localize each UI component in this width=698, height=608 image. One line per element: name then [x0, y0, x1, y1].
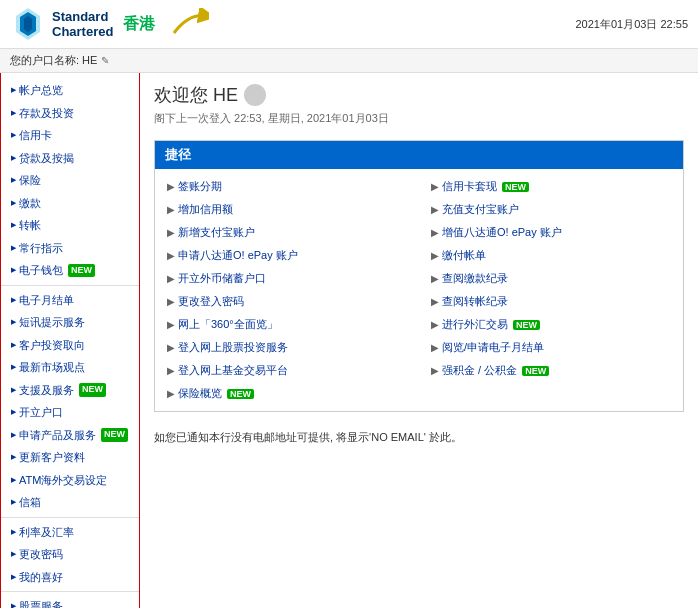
shortcut-item-right-2[interactable]: ▶增值八达通O! ePay 账户 [419, 221, 683, 244]
sidebar-item-20[interactable]: ▶更改密码 [1, 543, 139, 566]
sidebar-item-15[interactable]: ▶申请产品及服务NEW [1, 424, 139, 447]
account-name: 您的户口名称: HE ✎ [10, 53, 109, 68]
sidebar-item-12[interactable]: ▶最新市场观点 [1, 356, 139, 379]
sidebar-item-label: 信箱 [19, 494, 41, 511]
shortcut-arrow-icon: ▶ [167, 342, 175, 353]
shortcut-item-left-3[interactable]: ▶申请八达通O! ePay 账户 [155, 244, 419, 267]
shortcut-arrow-icon: ▶ [431, 204, 439, 215]
sidebar-item-label: 最新市场观点 [19, 359, 85, 376]
shortcut-item-right-4[interactable]: ▶查阅缴款纪录 [419, 267, 683, 290]
sidebar-item-label: 贷款及按揭 [19, 150, 74, 167]
shortcuts-box: 捷径 ▶签账分期▶信用卡套现NEW▶增加信用额▶充值支付宝账户▶新增支付宝账户▶… [154, 140, 684, 412]
header-datetime: 2021年01月03日 22:55 [575, 17, 688, 32]
new-badge: NEW [101, 428, 128, 442]
shortcut-item-left-5[interactable]: ▶更改登入密码 [155, 290, 419, 313]
sidebar-item-1[interactable]: ▶存款及投资 [1, 102, 139, 125]
shortcut-arrow-icon: ▶ [431, 227, 439, 238]
shortcut-label: 更改登入密码 [178, 294, 244, 309]
shortcut-label: 保险概览 [178, 386, 222, 401]
sidebar-arrow-icon: ▶ [11, 385, 16, 396]
sidebar-item-4[interactable]: ▶保险 [1, 169, 139, 192]
sidebar-item-16[interactable]: ▶更新客户资料 [1, 446, 139, 469]
shortcut-item-right-3[interactable]: ▶缴付帐单 [419, 244, 683, 267]
shortcuts-grid: ▶签账分期▶信用卡套现NEW▶增加信用额▶充值支付宝账户▶新增支付宝账户▶增值八… [155, 169, 683, 411]
shortcut-item-left-6[interactable]: ▶网上「360°全面览」 [155, 313, 419, 336]
shortcut-item-left-7[interactable]: ▶登入网上股票投资服务 [155, 336, 419, 359]
shortcut-item-right-1[interactable]: ▶充值支付宝账户 [419, 198, 683, 221]
shortcut-item-left-9[interactable]: ▶保险概览NEW [155, 382, 419, 405]
sidebar-item-label: 开立户口 [19, 404, 63, 421]
arrow-decoration [169, 8, 209, 41]
sidebar-item-5[interactable]: ▶缴款 [1, 192, 139, 215]
shortcut-arrow-icon: ▶ [167, 319, 175, 330]
shortcut-arrow-icon: ▶ [431, 250, 439, 261]
welcome-title: 欢迎您 HE [154, 83, 684, 107]
shortcut-item-left-1[interactable]: ▶增加信用额 [155, 198, 419, 221]
sidebar-item-6[interactable]: ▶转帐 [1, 214, 139, 237]
sidebar-item-22[interactable]: ▶股票服务 [1, 595, 139, 608]
sidebar-item-label: 短讯提示服务 [19, 314, 85, 331]
shortcut-item-left-4[interactable]: ▶开立外币储蓄户口 [155, 267, 419, 290]
shortcut-label: 网上「360°全面览」 [178, 317, 278, 332]
sidebar-item-label: 帐户总览 [19, 82, 63, 99]
shortcut-arrow-icon: ▶ [431, 181, 439, 192]
shortcut-arrow-icon: ▶ [167, 227, 175, 238]
sidebar-item-label: 转帐 [19, 217, 41, 234]
sidebar-item-19[interactable]: ▶利率及汇率 [1, 521, 139, 544]
sidebar-item-14[interactable]: ▶开立户口 [1, 401, 139, 424]
sidebar-separator [1, 591, 139, 592]
shortcut-item-right-0[interactable]: ▶信用卡套现NEW [419, 175, 683, 198]
sidebar-item-label: 保险 [19, 172, 41, 189]
shortcut-label: 增加信用额 [178, 202, 233, 217]
sidebar-arrow-icon: ▶ [11, 243, 16, 254]
shortcut-item-right-5[interactable]: ▶查阅转帐纪录 [419, 290, 683, 313]
shortcut-item-right-9[interactable] [419, 382, 683, 405]
content-area: 欢迎您 HE 阁下上一次登入 22:53, 星期日, 2021年01月03日 捷… [140, 73, 698, 608]
sidebar-arrow-icon: ▶ [11, 265, 16, 276]
sidebar-item-13[interactable]: ▶支援及服务NEW [1, 379, 139, 402]
shortcut-label: 登入网上股票投资服务 [178, 340, 288, 355]
shortcut-arrow-icon: ▶ [431, 365, 439, 376]
sidebar-item-21[interactable]: ▶我的喜好 [1, 566, 139, 589]
shortcut-label: 强积金 / 公积金 [442, 363, 517, 378]
sidebar-item-label: 存款及投资 [19, 105, 74, 122]
shortcut-arrow-icon: ▶ [431, 319, 439, 330]
welcome-section: 欢迎您 HE 阁下上一次登入 22:53, 星期日, 2021年01月03日 [154, 83, 684, 126]
sidebar-item-label: 电子钱包 [19, 262, 63, 279]
shortcut-item-right-8[interactable]: ▶强积金 / 公积金NEW [419, 359, 683, 382]
sidebar-item-11[interactable]: ▶客户投资取向 [1, 334, 139, 357]
sidebar-arrow-icon: ▶ [11, 601, 16, 608]
shortcut-label: 申请八达通O! ePay 账户 [178, 248, 298, 263]
sidebar-item-18[interactable]: ▶信箱 [1, 491, 139, 514]
shortcut-arrow-icon: ▶ [167, 365, 175, 376]
shortcut-arrow-icon: ▶ [167, 296, 175, 307]
sidebar-item-7[interactable]: ▶常行指示 [1, 237, 139, 260]
sidebar-arrow-icon: ▶ [11, 452, 16, 463]
shortcut-arrow-icon: ▶ [431, 342, 439, 353]
edit-icon[interactable]: ✎ [101, 55, 109, 66]
sidebar-item-9[interactable]: ▶电子月结单 [1, 289, 139, 312]
new-badge: NEW [227, 389, 254, 399]
account-bar: 您的户口名称: HE ✎ [0, 49, 698, 73]
sidebar-item-10[interactable]: ▶短讯提示服务 [1, 311, 139, 334]
new-badge: NEW [502, 182, 529, 192]
sidebar-separator [1, 285, 139, 286]
sidebar-item-17[interactable]: ▶ATM海外交易设定 [1, 469, 139, 492]
shortcut-item-left-2[interactable]: ▶新增支付宝账户 [155, 221, 419, 244]
sidebar-item-2[interactable]: ▶信用卡 [1, 124, 139, 147]
shortcut-arrow-icon: ▶ [167, 204, 175, 215]
shortcut-label: 增值八达通O! ePay 账户 [442, 225, 562, 240]
sidebar-arrow-icon: ▶ [11, 340, 16, 351]
shortcut-item-right-6[interactable]: ▶进行外汇交易NEW [419, 313, 683, 336]
sidebar-item-3[interactable]: ▶贷款及按揭 [1, 147, 139, 170]
sidebar-arrow-icon: ▶ [11, 407, 16, 418]
sidebar-item-0[interactable]: ▶帐户总览 [1, 79, 139, 102]
shortcut-item-left-8[interactable]: ▶登入网上基金交易平台 [155, 359, 419, 382]
shortcuts-header: 捷径 [155, 141, 683, 169]
shortcut-item-left-0[interactable]: ▶签账分期 [155, 175, 419, 198]
sidebar-item-8[interactable]: ▶电子钱包NEW [1, 259, 139, 282]
sidebar-arrow-icon: ▶ [11, 362, 16, 373]
shortcut-item-right-7[interactable]: ▶阅览/申请电子月结单 [419, 336, 683, 359]
sidebar-arrow-icon: ▶ [11, 175, 16, 186]
header: Standard Chartered 香港 2021年01月03日 22:55 [0, 0, 698, 49]
